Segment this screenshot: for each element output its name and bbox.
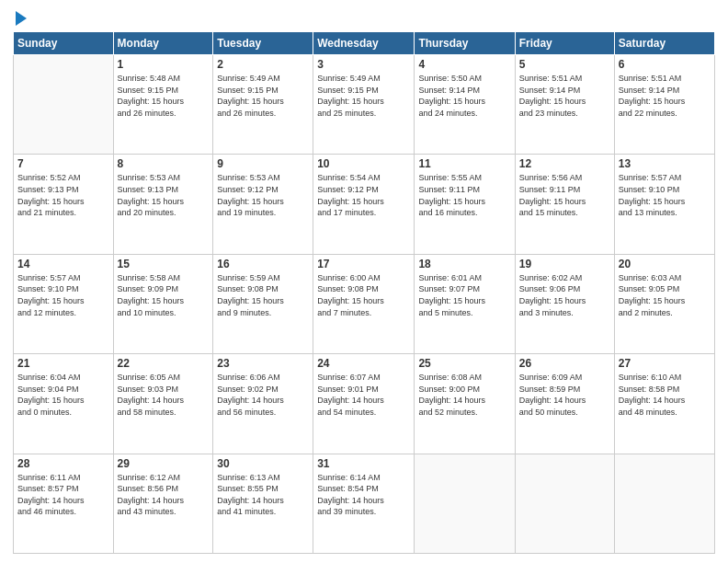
day-number: 24 — [317, 357, 410, 370]
weekday-header-sunday: Sunday — [14, 32, 114, 55]
week-row-1: 1Sunrise: 5:48 AM Sunset: 9:15 PM Daylig… — [14, 55, 715, 155]
day-number: 3 — [317, 58, 410, 71]
calendar-cell — [515, 454, 614, 553]
calendar-cell: 10Sunrise: 5:54 AM Sunset: 9:12 PM Dayli… — [313, 155, 415, 254]
calendar-cell: 11Sunrise: 5:55 AM Sunset: 9:11 PM Dayli… — [415, 155, 515, 254]
calendar-cell: 13Sunrise: 5:57 AM Sunset: 9:10 PM Dayli… — [614, 155, 714, 254]
day-info: Sunrise: 6:09 AM Sunset: 8:59 PM Dayligh… — [519, 372, 610, 418]
day-info: Sunrise: 6:07 AM Sunset: 9:01 PM Dayligh… — [317, 372, 410, 418]
weekday-header-tuesday: Tuesday — [213, 32, 313, 55]
weekday-header-thursday: Thursday — [415, 32, 515, 55]
day-info: Sunrise: 5:58 AM Sunset: 9:09 PM Dayligh… — [118, 272, 210, 318]
day-number: 15 — [118, 258, 210, 270]
day-number: 30 — [217, 457, 309, 470]
calendar-cell — [614, 454, 714, 553]
day-info: Sunrise: 5:51 AM Sunset: 9:14 PM Dayligh… — [519, 73, 610, 119]
day-number: 6 — [619, 58, 711, 71]
day-number: 14 — [17, 258, 109, 270]
day-number: 27 — [619, 357, 711, 370]
day-number: 2 — [217, 58, 309, 71]
calendar-cell: 20Sunrise: 6:03 AM Sunset: 9:05 PM Dayli… — [614, 254, 714, 353]
day-info: Sunrise: 5:49 AM Sunset: 9:15 PM Dayligh… — [317, 73, 410, 119]
calendar-cell: 25Sunrise: 6:08 AM Sunset: 9:00 PM Dayli… — [415, 354, 515, 454]
day-number: 18 — [418, 258, 510, 270]
calendar-cell: 30Sunrise: 6:13 AM Sunset: 8:55 PM Dayli… — [213, 454, 313, 553]
day-number: 29 — [118, 457, 210, 470]
calendar-cell: 23Sunrise: 6:06 AM Sunset: 9:02 PM Dayli… — [213, 354, 313, 454]
day-number: 8 — [118, 157, 210, 170]
calendar-cell — [14, 55, 114, 155]
weekday-header-wednesday: Wednesday — [313, 32, 415, 55]
day-number: 1 — [118, 58, 210, 71]
day-info: Sunrise: 6:04 AM Sunset: 9:04 PM Dayligh… — [17, 372, 109, 418]
day-number: 10 — [317, 157, 410, 170]
weekday-header-row: SundayMondayTuesdayWednesdayThursdayFrid… — [14, 32, 715, 55]
day-info: Sunrise: 6:00 AM Sunset: 9:08 PM Dayligh… — [317, 272, 410, 318]
day-number: 11 — [418, 157, 510, 170]
day-number: 28 — [17, 457, 109, 470]
calendar-page: SundayMondayTuesdayWednesdayThursdayFrid… — [0, 0, 728, 563]
day-info: Sunrise: 5:57 AM Sunset: 9:10 PM Dayligh… — [619, 172, 711, 218]
calendar-cell: 4Sunrise: 5:50 AM Sunset: 9:14 PM Daylig… — [415, 55, 515, 155]
calendar-cell: 14Sunrise: 5:57 AM Sunset: 9:10 PM Dayli… — [14, 254, 114, 353]
day-number: 21 — [17, 357, 109, 370]
week-row-3: 14Sunrise: 5:57 AM Sunset: 9:10 PM Dayli… — [14, 254, 715, 353]
calendar-cell: 26Sunrise: 6:09 AM Sunset: 8:59 PM Dayli… — [515, 354, 614, 454]
calendar-cell: 6Sunrise: 5:51 AM Sunset: 9:14 PM Daylig… — [614, 55, 714, 155]
day-info: Sunrise: 6:11 AM Sunset: 8:57 PM Dayligh… — [17, 472, 109, 518]
day-info: Sunrise: 5:57 AM Sunset: 9:10 PM Dayligh… — [17, 272, 109, 318]
week-row-2: 7Sunrise: 5:52 AM Sunset: 9:13 PM Daylig… — [14, 155, 715, 254]
day-number: 22 — [118, 357, 210, 370]
calendar-cell: 7Sunrise: 5:52 AM Sunset: 9:13 PM Daylig… — [14, 155, 114, 254]
calendar-cell: 28Sunrise: 6:11 AM Sunset: 8:57 PM Dayli… — [14, 454, 114, 553]
calendar-cell: 29Sunrise: 6:12 AM Sunset: 8:56 PM Dayli… — [113, 454, 213, 553]
weekday-header-saturday: Saturday — [614, 32, 714, 55]
week-row-4: 21Sunrise: 6:04 AM Sunset: 9:04 PM Dayli… — [14, 354, 715, 454]
day-number: 19 — [519, 258, 610, 270]
calendar-cell: 19Sunrise: 6:02 AM Sunset: 9:06 PM Dayli… — [515, 254, 614, 353]
day-number: 5 — [519, 58, 610, 71]
day-info: Sunrise: 6:05 AM Sunset: 9:03 PM Dayligh… — [118, 372, 210, 418]
weekday-header-friday: Friday — [515, 32, 614, 55]
day-info: Sunrise: 5:52 AM Sunset: 9:13 PM Dayligh… — [17, 172, 109, 218]
day-number: 9 — [217, 157, 309, 170]
calendar-cell: 8Sunrise: 5:53 AM Sunset: 9:13 PM Daylig… — [113, 155, 213, 254]
logo — [13, 9, 27, 26]
calendar-cell: 1Sunrise: 5:48 AM Sunset: 9:15 PM Daylig… — [113, 55, 213, 155]
calendar-cell: 18Sunrise: 6:01 AM Sunset: 9:07 PM Dayli… — [415, 254, 515, 353]
header — [13, 9, 715, 26]
day-info: Sunrise: 5:49 AM Sunset: 9:15 PM Dayligh… — [217, 73, 309, 119]
day-info: Sunrise: 6:06 AM Sunset: 9:02 PM Dayligh… — [217, 372, 309, 418]
day-number: 23 — [217, 357, 309, 370]
day-number: 13 — [619, 157, 711, 170]
day-info: Sunrise: 6:12 AM Sunset: 8:56 PM Dayligh… — [118, 472, 210, 518]
calendar-cell: 12Sunrise: 5:56 AM Sunset: 9:11 PM Dayli… — [515, 155, 614, 254]
day-info: Sunrise: 5:54 AM Sunset: 9:12 PM Dayligh… — [317, 172, 410, 218]
calendar-cell: 21Sunrise: 6:04 AM Sunset: 9:04 PM Dayli… — [14, 354, 114, 454]
day-number: 12 — [519, 157, 610, 170]
calendar-cell: 16Sunrise: 5:59 AM Sunset: 9:08 PM Dayli… — [213, 254, 313, 353]
calendar-table: SundayMondayTuesdayWednesdayThursdayFrid… — [13, 31, 715, 554]
day-info: Sunrise: 6:08 AM Sunset: 9:00 PM Dayligh… — [418, 372, 510, 418]
day-info: Sunrise: 6:14 AM Sunset: 8:54 PM Dayligh… — [317, 472, 410, 518]
calendar-cell: 3Sunrise: 5:49 AM Sunset: 9:15 PM Daylig… — [313, 55, 415, 155]
day-info: Sunrise: 5:50 AM Sunset: 9:14 PM Dayligh… — [418, 73, 510, 119]
calendar-cell: 9Sunrise: 5:53 AM Sunset: 9:12 PM Daylig… — [213, 155, 313, 254]
day-info: Sunrise: 6:02 AM Sunset: 9:06 PM Dayligh… — [519, 272, 610, 318]
day-info: Sunrise: 5:48 AM Sunset: 9:15 PM Dayligh… — [118, 73, 210, 119]
day-number: 31 — [317, 457, 410, 470]
calendar-cell: 22Sunrise: 6:05 AM Sunset: 9:03 PM Dayli… — [113, 354, 213, 454]
day-number: 4 — [418, 58, 510, 71]
logo-triangle-icon — [16, 11, 27, 26]
calendar-cell — [415, 454, 515, 553]
day-number: 26 — [519, 357, 610, 370]
day-number: 17 — [317, 258, 410, 270]
day-number: 7 — [17, 157, 109, 170]
day-number: 25 — [418, 357, 510, 370]
calendar-cell: 2Sunrise: 5:49 AM Sunset: 9:15 PM Daylig… — [213, 55, 313, 155]
calendar-cell: 31Sunrise: 6:14 AM Sunset: 8:54 PM Dayli… — [313, 454, 415, 553]
day-number: 20 — [619, 258, 711, 270]
day-info: Sunrise: 5:59 AM Sunset: 9:08 PM Dayligh… — [217, 272, 309, 318]
calendar-cell: 24Sunrise: 6:07 AM Sunset: 9:01 PM Dayli… — [313, 354, 415, 454]
day-info: Sunrise: 6:13 AM Sunset: 8:55 PM Dayligh… — [217, 472, 309, 518]
